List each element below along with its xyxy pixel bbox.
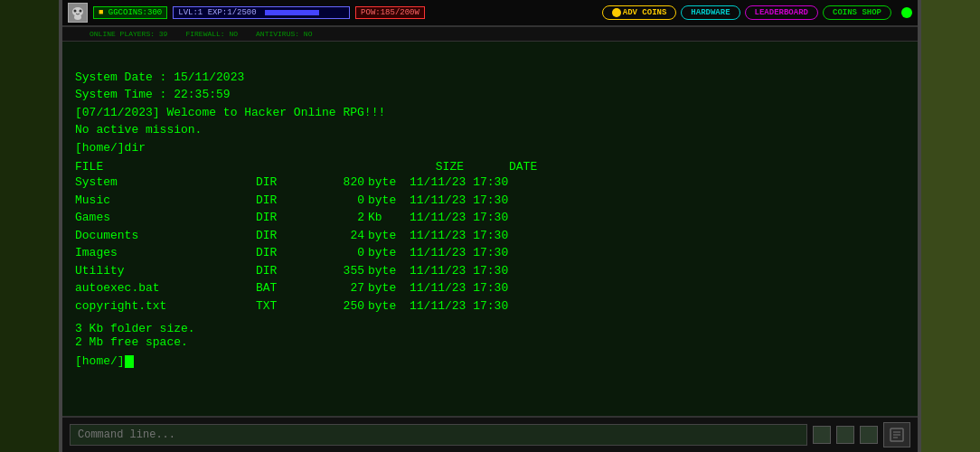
file-type: DIR [256, 244, 310, 262]
table-row: Images DIR 0 byte 11/11/23 17:30 [75, 244, 905, 262]
file-rows: System DIR 820 byte 11/11/23 17:30 Music… [75, 174, 905, 315]
file-unit: byte [364, 174, 410, 192]
table-row: Utility DIR 355 byte 11/11/23 17:30 [75, 262, 905, 280]
file-type: DIR [256, 174, 310, 192]
file-type: DIR [256, 209, 310, 227]
folder-size: 3 Kb folder size. [75, 322, 905, 335]
main-window: ■ GGCOINS:300 LVL:1 EXP:1/2500 POW:185/2… [59, 0, 921, 452]
file-name: Documents [75, 227, 256, 245]
welcome-line: [07/11/2023] Welcome to Hacker Online RP… [75, 106, 385, 119]
file-name: autoexec.bat [75, 279, 256, 297]
prompt-line: [home/] [75, 354, 905, 368]
file-date: 11/11/23 17:30 [410, 174, 554, 192]
file-size: 820 [310, 174, 364, 192]
hardware-button[interactable]: HARDWARE [681, 5, 740, 20]
sub-bar: ONLINE PLAYERS: 39 FIREWALL: NO ANTIVIRU… [62, 27, 918, 42]
table-row: copyright.txt TXT 250 byte 11/11/23 17:3… [75, 297, 905, 315]
file-unit: byte [364, 279, 410, 297]
file-size: 250 [310, 297, 364, 315]
file-date: 11/11/23 17:30 [410, 227, 554, 245]
online-status-dot [901, 7, 912, 18]
cmd-btn-lg[interactable] [883, 422, 910, 447]
cmd-btn-3[interactable] [860, 426, 878, 444]
table-row: System DIR 820 byte 11/11/23 17:30 [75, 174, 905, 192]
file-listing: FILE SIZE DATE System DIR 820 byte 11/11… [75, 160, 905, 368]
ggcoins-label: GGCOINS:300 [108, 8, 162, 17]
file-unit: byte [364, 192, 410, 210]
pow-label: POW:185/200W [361, 8, 419, 17]
table-row: Music DIR 0 byte 11/11/23 17:30 [75, 192, 905, 210]
file-date: 11/11/23 17:30 [410, 244, 554, 262]
dir-cmd-line: [home/]dir [75, 141, 146, 155]
antivirus-status: ANTIVIRUS: NO [256, 30, 312, 38]
file-unit: byte [364, 297, 410, 315]
file-unit: byte [364, 262, 410, 280]
file-size: 0 [310, 192, 364, 210]
file-type: TXT [256, 297, 310, 315]
top-bar: ■ GGCOINS:300 LVL:1 EXP:1/2500 POW:185/2… [62, 0, 918, 27]
file-type: DIR [256, 192, 310, 210]
coins-shop-button[interactable]: COINS SHOP [823, 5, 891, 20]
file-name: copyright.txt [75, 297, 256, 315]
terminal-output: System Date : 15/11/2023 System Time : 2… [75, 51, 905, 156]
nav-buttons: ADV COINS HARDWARE LEADERBOARD COINS SHO… [602, 5, 891, 20]
file-size: 2 [310, 209, 364, 227]
col-size-spacer [464, 160, 509, 174]
lvl-display: LVL:1 EXP:1/2500 [173, 6, 350, 19]
col-date-header: DATE [509, 160, 654, 174]
file-size: 27 [310, 279, 364, 297]
sys-time-line: System Time : 22:35:59 [75, 88, 231, 101]
file-name: Games [75, 209, 256, 227]
command-input[interactable] [70, 424, 807, 446]
file-unit: Kb [364, 209, 410, 227]
file-unit: byte [364, 227, 410, 245]
svg-point-2 [74, 10, 77, 13]
col-size-header: SIZE [382, 160, 464, 174]
terminal-area: System Date : 15/11/2023 System Time : 2… [62, 42, 918, 416]
ggcoins-display: ■ GGCOINS:300 [93, 6, 167, 19]
file-date: 11/11/23 17:30 [410, 279, 554, 297]
file-type: BAT [256, 279, 310, 297]
table-row: autoexec.bat BAT 27 byte 11/11/23 17:30 [75, 279, 905, 297]
svg-point-1 [74, 14, 81, 20]
adv-coins-button[interactable]: ADV COINS [602, 5, 677, 20]
cmd-btn-2[interactable] [836, 426, 854, 444]
sys-date-line: System Date : 15/11/2023 [75, 71, 244, 84]
file-type: DIR [256, 227, 310, 245]
file-size: 0 [310, 244, 364, 262]
firewall-status: FIREWALL: NO [185, 30, 238, 38]
file-date: 11/11/23 17:30 [410, 297, 554, 315]
table-row: Documents DIR 24 byte 11/11/23 17:30 [75, 227, 905, 245]
bg-left [0, 0, 68, 452]
svg-point-3 [80, 10, 82, 13]
command-bar [62, 416, 918, 452]
file-name: Utility [75, 262, 256, 280]
file-date: 11/11/23 17:30 [410, 262, 554, 280]
folder-size-line: 3 Kb folder size. 2 Mb free space. [75, 322, 905, 349]
file-unit: byte [364, 244, 410, 262]
cursor [125, 355, 134, 368]
file-date: 11/11/23 17:30 [410, 192, 554, 210]
cmd-btn-1[interactable] [813, 426, 831, 444]
file-name: System [75, 174, 256, 192]
online-players: ONLINE PLAYERS: 39 [90, 30, 167, 38]
file-header-row: FILE SIZE DATE [75, 160, 905, 174]
lvl-label: LVL:1 EXP:1/2500 [178, 8, 256, 17]
col-file-header: FILE [75, 160, 382, 174]
file-name: Images [75, 244, 256, 262]
mission-line: No active mission. [75, 123, 202, 137]
file-size: 355 [310, 262, 364, 280]
file-date: 11/11/23 17:30 [410, 209, 554, 227]
file-size: 24 [310, 227, 364, 245]
avatar [68, 3, 88, 23]
free-space: 2 Mb free space. [75, 335, 905, 349]
file-type: DIR [256, 262, 310, 280]
table-row: Games DIR 2 Kb 11/11/23 17:30 [75, 209, 905, 227]
prompt-text: [home/] [75, 354, 125, 368]
leaderboard-button[interactable]: LEADERBOARD [745, 5, 818, 20]
pow-display: POW:185/200W [355, 6, 425, 19]
file-name: Music [75, 192, 256, 210]
bg-right [912, 0, 980, 452]
